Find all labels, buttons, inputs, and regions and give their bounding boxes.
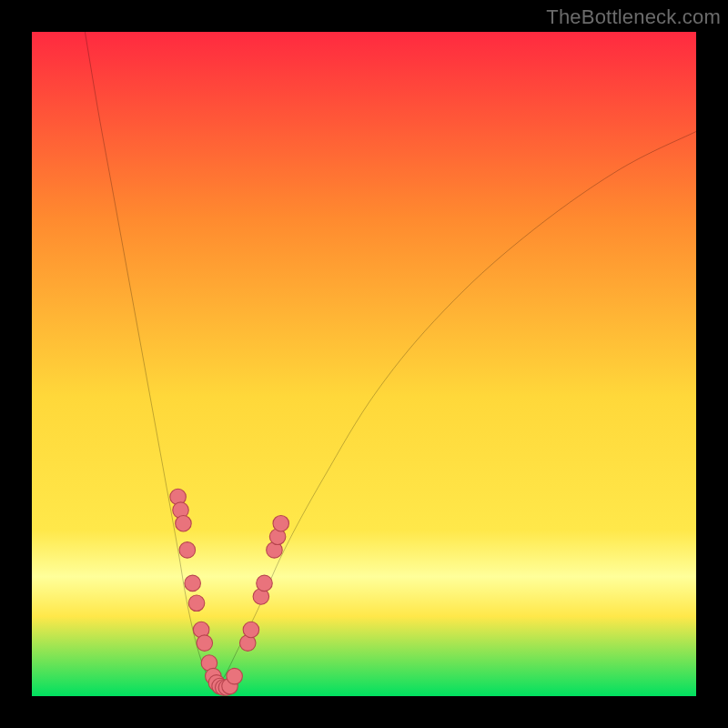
chart-svg — [32, 32, 696, 696]
chart-frame: TheBottleneck.com — [0, 0, 728, 728]
watermark-text: TheBottleneck.com — [546, 5, 721, 29]
plot-area — [32, 32, 696, 696]
data-marker — [179, 542, 196, 559]
data-marker — [188, 595, 205, 612]
data-marker — [257, 575, 273, 592]
data-marker — [197, 635, 213, 652]
data-marker — [227, 668, 243, 684]
data-marker — [176, 515, 192, 531]
data-marker — [243, 622, 259, 638]
data-marker — [185, 575, 201, 592]
gradient-background — [32, 32, 696, 696]
data-marker — [273, 515, 289, 531]
